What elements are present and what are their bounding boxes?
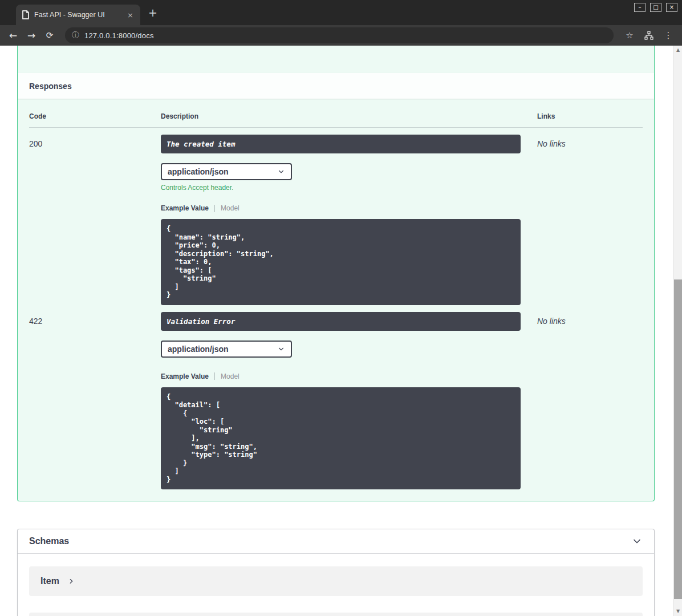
media-type-value: application/json	[168, 167, 229, 176]
response-row-422: 422 Validation Error application/json Ex…	[29, 305, 643, 490]
window-close-button[interactable]: ×	[666, 3, 677, 12]
column-header-code: Code	[29, 112, 161, 120]
column-header-description: Description	[161, 112, 537, 120]
schemas-header[interactable]: Schemas	[18, 529, 654, 554]
responses-table-header: Code Description Links	[29, 99, 643, 128]
scroll-down-icon[interactable]: ▼	[673, 607, 682, 616]
tab-model[interactable]: Model	[221, 372, 239, 380]
chevron-down-icon[interactable]	[631, 536, 643, 547]
site-info-icon[interactable]: ⓘ	[72, 30, 79, 40]
window-controls: – □ ×	[634, 3, 677, 12]
sitemap-icon[interactable]	[641, 31, 657, 40]
window-minimize-button[interactable]: –	[634, 3, 646, 12]
tab-example-value[interactable]: Example Value	[161, 372, 209, 380]
media-type-value: application/json	[168, 345, 229, 354]
browser-tab[interactable]: Fast API - Swagger UI ×	[16, 5, 140, 25]
url-text: 127.0.0.1:8000/docs	[84, 31, 154, 40]
media-type-select[interactable]: application/json	[161, 163, 292, 180]
window-maximize-button[interactable]: □	[650, 3, 661, 12]
example-model-tabs: Example Value Model	[161, 204, 537, 212]
responses-header: Responses	[18, 73, 654, 99]
example-model-tabs: Example Value Model	[161, 372, 537, 380]
responses-table: Code Description Links 200 The created i…	[18, 99, 654, 489]
chevron-down-icon	[277, 345, 285, 353]
schema-item-label: Item	[40, 576, 59, 586]
tab-title: Fast API - Swagger UI	[34, 11, 121, 19]
response-code: 422	[29, 312, 161, 490]
media-type-select[interactable]: application/json	[161, 341, 292, 358]
column-header-links: Links	[537, 112, 643, 120]
tab-model[interactable]: Model	[221, 204, 239, 212]
scrollbar-thumb[interactable]	[674, 279, 682, 599]
forward-icon[interactable]: →	[24, 30, 39, 41]
example-json-block: { "detail": [ { "loc": [ "string" ], "ms…	[161, 387, 521, 490]
tab-example-value[interactable]: Example Value	[161, 204, 209, 212]
chevron-right-icon	[67, 577, 75, 585]
swagger-page: Responses Code Description Links 200 The…	[0, 46, 682, 616]
scroll-up-icon[interactable]: ▲	[673, 46, 682, 55]
titlebar: Fast API - Swagger UI × + – □ ×	[0, 0, 682, 25]
schemas-body: Item ValidationError	[18, 554, 654, 616]
response-links: No links	[537, 312, 643, 490]
url-bar[interactable]: ⓘ 127.0.0.1:8000/docs	[65, 27, 614, 43]
back-icon[interactable]: ←	[6, 30, 21, 41]
example-json-block: { "name": "string", "price": 0, "descrip…	[161, 219, 521, 305]
reload-icon[interactable]: ⟳	[42, 30, 57, 40]
tab-divider	[214, 205, 215, 212]
page-scrollbar[interactable]: ▲ ▼	[673, 46, 682, 616]
nav-toolbar: ← → ⟳ ⓘ 127.0.0.1:8000/docs ☆ ⋮	[0, 25, 682, 46]
response-description: Validation Error	[161, 312, 521, 331]
bookmark-star-icon[interactable]: ☆	[622, 30, 638, 40]
schemas-section: Schemas Item ValidationError	[17, 529, 655, 616]
tab-divider	[214, 372, 215, 380]
schemas-title: Schemas	[29, 536, 69, 546]
response-links: No links	[537, 135, 643, 305]
response-code: 200	[29, 135, 161, 305]
response-row-200: 200 The created item application/json Co…	[29, 128, 643, 305]
responses-title: Responses	[29, 82, 72, 91]
response-description: The created item	[161, 135, 521, 153]
browser-window: Fast API - Swagger UI × + – □ × ← → ⟳ ⓘ …	[0, 0, 682, 616]
tab-close-icon[interactable]: ×	[126, 11, 135, 19]
schema-item-row[interactable]: Item	[29, 566, 643, 596]
page-favicon-icon	[22, 10, 30, 19]
menu-icon[interactable]: ⋮	[660, 30, 676, 40]
chevron-down-icon	[277, 168, 285, 176]
opblock-responses-section: Responses Code Description Links 200 The…	[17, 46, 655, 501]
new-tab-button[interactable]: +	[148, 6, 157, 19]
schema-validationerror-row[interactable]: ValidationError	[29, 613, 643, 616]
accept-header-note: Controls Accept header.	[161, 184, 537, 192]
